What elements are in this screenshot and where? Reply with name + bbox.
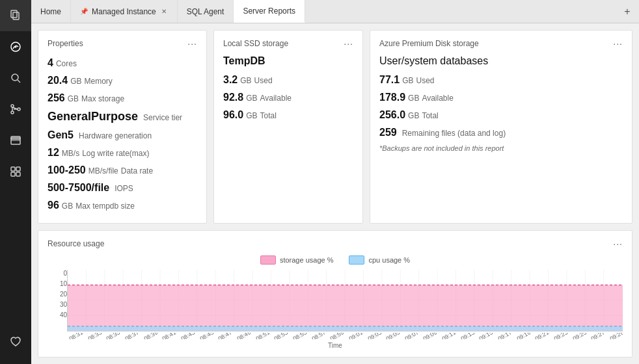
prop-hardware: Gen5 Hardware generation: [48, 127, 197, 143]
resource-title: Resource usage: [48, 239, 104, 248]
x-label-0837: 08:37: [124, 333, 140, 339]
resource-menu[interactable]: ···: [613, 239, 623, 249]
pin-icon: 📌: [80, 8, 88, 15]
x-label-0843: 08:43: [180, 333, 196, 339]
content-area: Properties ··· 4 Cores 20.4 GB Memory 25…: [31, 23, 639, 364]
ssd-menu[interactable]: ···: [344, 38, 353, 49]
storage-legend-swatch: [260, 255, 276, 265]
prop-memory: 20.4 GB Memory: [48, 73, 197, 88]
azure-used: 77.1 GB Used: [379, 72, 623, 88]
svg-point-8: [18, 108, 20, 110]
x-label-0859: 08:59: [329, 333, 346, 339]
x-label-0917: 09:17: [497, 333, 513, 339]
chart-svg: [68, 270, 623, 331]
x-axis-title: Time: [48, 342, 623, 349]
x-label-0911: 09:11: [441, 333, 457, 339]
tab-server-reports[interactable]: Server Reports: [234, 0, 305, 23]
grid-icon[interactable]: [0, 156, 31, 187]
svg-rect-15: [11, 167, 15, 171]
x-label-0929: 09:29: [609, 333, 623, 339]
x-label-0915: 09:15: [478, 333, 495, 339]
cpu-legend-label: cpu usage %: [368, 256, 410, 264]
new-tab-button[interactable]: +: [616, 0, 639, 23]
tab-bar: Home 📌 Managed Instance ✕ SQL Agent Serv…: [31, 0, 639, 23]
x-label-0921: 09:21: [534, 333, 551, 339]
branch-icon[interactable]: [0, 94, 31, 125]
x-label-0919: 09:19: [515, 333, 532, 339]
cpu-legend-item: cpu usage %: [349, 255, 410, 265]
sidebar: [0, 0, 31, 364]
prop-service-tier: GeneralPurpose Service tier: [48, 108, 197, 125]
x-label-0903: 09:03: [366, 333, 383, 339]
svg-point-6: [11, 105, 14, 107]
x-label-0905: 09:05: [385, 333, 401, 339]
azure-note: *Backups are not included in this report: [379, 144, 623, 152]
x-label-0835: 08:35: [105, 333, 122, 339]
gauge-icon[interactable]: [0, 31, 31, 62]
properties-title: Properties: [48, 39, 83, 48]
prop-tempdb: 96 GB Max tempdb size: [48, 198, 197, 213]
ssd-used: 3.2 GB Used: [223, 72, 353, 88]
properties-header: Properties ···: [48, 38, 197, 49]
x-label-0855: 08:55: [292, 333, 308, 339]
tab-home-label: Home: [40, 7, 61, 16]
cpu-area: [68, 326, 623, 331]
heart-icon[interactable]: [0, 326, 31, 358]
svg-rect-0: [11, 10, 17, 18]
search-icon[interactable]: [0, 62, 31, 94]
x-label-0849: 08:49: [236, 333, 252, 339]
tab-sql-agent[interactable]: SQL Agent: [178, 0, 234, 23]
ssd-title: Local SSD storage: [223, 39, 288, 48]
svg-rect-16: [16, 167, 20, 171]
resource-header: Resource usage ···: [48, 239, 623, 249]
svg-rect-1: [13, 12, 19, 20]
database-icon[interactable]: [0, 125, 31, 156]
x-label-0841: 08:41: [161, 333, 178, 339]
tab-managed-instance-close[interactable]: ✕: [160, 7, 168, 16]
prop-data-rate: 100-250 MB/s/file Data rate: [48, 162, 197, 178]
x-label-0907: 09:07: [403, 333, 420, 339]
tab-managed-instance[interactable]: 📌 Managed Instance ✕: [71, 0, 178, 23]
x-label-0847: 08:47: [217, 333, 234, 339]
x-label-0831: 08:31: [68, 333, 85, 339]
x-label-0851: 08:51: [254, 333, 271, 339]
storage-area: [68, 285, 623, 332]
ssd-total: 96.0 GB Total: [223, 107, 353, 123]
azure-menu[interactable]: ···: [613, 38, 623, 49]
azure-remaining: 259 Remaining files (data and log): [379, 125, 623, 140]
properties-menu[interactable]: ···: [187, 38, 197, 49]
chart-area: 40 30 20 10 0: [48, 270, 623, 332]
tab-server-reports-label: Server Reports: [243, 6, 295, 16]
chart-inner: [67, 270, 623, 332]
prop-storage: 256 GB Max storage: [48, 90, 197, 106]
x-label-0913: 09:13: [459, 333, 476, 339]
x-label-0909: 09:09: [422, 333, 439, 339]
svg-rect-17: [11, 172, 15, 176]
ssd-available: 92.8 GB Available: [223, 90, 353, 105]
main-area: Home 📌 Managed Instance ✕ SQL Agent Serv…: [31, 0, 639, 364]
prop-iops: 500-7500/file IOPS: [48, 180, 197, 196]
storage-legend-item: storage usage %: [260, 255, 334, 265]
y-label-10: 10: [48, 280, 67, 287]
x-label-0901: 09:01: [347, 333, 364, 339]
svg-point-7: [11, 111, 14, 114]
x-label-0857: 08:57: [310, 333, 327, 339]
azure-total: 256.0 GB Total: [379, 107, 623, 123]
prop-cores: 4 Cores: [48, 55, 197, 71]
azure-available: 178.9 GB Available: [379, 90, 623, 105]
azure-panel: Azure Premium Disk storage ··· User/syst…: [370, 30, 632, 224]
pages-icon[interactable]: [0, 0, 31, 31]
svg-point-3: [15, 46, 17, 48]
tab-home[interactable]: Home: [31, 0, 71, 23]
x-label-0927: 09:27: [590, 333, 606, 339]
chart-legend: storage usage % cpu usage %: [48, 255, 623, 265]
svg-rect-18: [16, 172, 20, 176]
cpu-legend-swatch: [349, 255, 364, 265]
properties-panel: Properties ··· 4 Cores 20.4 GB Memory 25…: [38, 30, 207, 224]
resource-panel: Resource usage ··· storage usage % cpu u…: [38, 230, 632, 358]
y-label-0: 0: [48, 270, 67, 277]
azure-db-title: User/system databases: [379, 55, 623, 67]
y-label-40: 40: [48, 311, 67, 318]
x-label-0923: 09:23: [553, 333, 569, 339]
ssd-panel: Local SSD storage ··· TempDB 3.2 GB Used…: [213, 30, 363, 224]
